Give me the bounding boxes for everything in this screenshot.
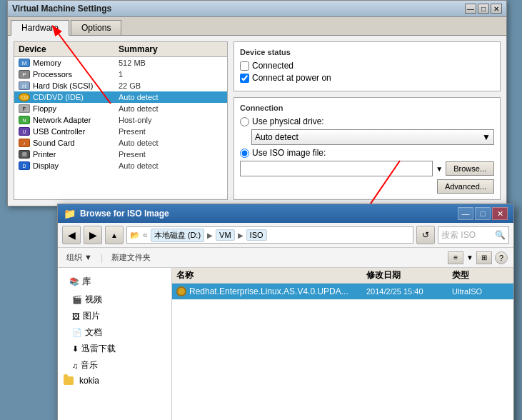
iso-actionbar: 组织 ▼ | 新建文件夹 ≡ ▼ ⊞ ? [58, 248, 513, 268]
nav-label: 图片 [83, 310, 100, 322]
connect-at-power-on-label: Connect at power on [252, 73, 331, 83]
organize-button[interactable]: 组织 ▼ [64, 251, 95, 264]
nav-item-documents[interactable]: 📄 文档 [58, 324, 171, 341]
floppy-icon: F [19, 104, 30, 113]
new-folder-button[interactable]: 新建文件夹 [109, 251, 154, 264]
view-list-button[interactable]: ≡ [448, 251, 463, 264]
network-icon: N [19, 116, 30, 124]
device-summary: Present [119, 150, 146, 159]
device-summary: 512 MB [119, 59, 146, 67]
nav-item-kokia[interactable]: kokia [58, 374, 171, 388]
iso-image-row: Use ISO image file: [240, 148, 494, 158]
tab-bar: Hardware Options [8, 17, 506, 36]
connection-section: Connection Use physical drive: Auto dete… [234, 97, 501, 200]
device-name: Processors [33, 70, 119, 79]
usb-icon: U [19, 127, 30, 136]
display-icon: D [19, 161, 30, 170]
path-segment-vm[interactable]: VM [216, 229, 235, 241]
close-button[interactable]: ✕ [491, 4, 502, 14]
nav-item-music[interactable]: ♫ 音乐 [58, 357, 171, 374]
iso-path-row: ▼ Browse... [240, 161, 494, 176]
iso-maximize-button[interactable]: □ [475, 207, 491, 220]
iso-minimize-button[interactable]: — [458, 207, 473, 220]
device-row-processors[interactable]: P Processors 1 [14, 69, 227, 80]
address-bar[interactable]: 📂 « 本地磁盘 (D:) ▶ VM ▶ ISO [126, 226, 413, 244]
connected-checkbox[interactable] [240, 61, 249, 71]
column-summary: Summary [119, 44, 223, 54]
nav-label: 库 [82, 276, 91, 288]
sound-icon: ♪ [19, 139, 30, 147]
path-segment-drive[interactable]: 本地磁盘 (D:) [151, 229, 204, 242]
device-row-printer[interactable]: ▤ Printer Present [14, 149, 227, 160]
memory-icon: M [19, 59, 30, 67]
nav-label: 文档 [85, 326, 102, 339]
doc-icon: 📄 [72, 328, 82, 337]
search-placeholder: 搜索 ISO [441, 229, 476, 241]
device-summary: Auto detect [119, 104, 159, 113]
minimize-button[interactable]: — [465, 4, 476, 14]
physical-drive-dropdown[interactable]: Auto detect ▼ [251, 129, 494, 145]
column-type: 类型 [452, 269, 509, 281]
device-row-sound[interactable]: ♪ Sound Card Auto detect [14, 137, 227, 149]
browse-button[interactable]: Browse... [446, 161, 494, 176]
maximize-button[interactable]: □ [478, 4, 489, 14]
device-panel: Device Summary M Memory 512 MB P Process… [14, 41, 228, 200]
back-button[interactable]: ◀ [62, 226, 81, 244]
nav-label: 音乐 [81, 359, 98, 371]
refresh-button[interactable]: ↺ [416, 226, 435, 244]
physical-drive-radio[interactable] [240, 117, 249, 126]
vm-titlebar: Virtual Machine Settings — □ ✕ [8, 1, 506, 17]
path-segment-iso[interactable]: ISO [246, 229, 267, 241]
iso-nav-panel: 📚 库 🎬 视频 🖼 图片 📄 文档 ⬇ 迅雷下载 ♫ [58, 268, 172, 420]
device-row-memory[interactable]: M Memory 512 MB [14, 57, 227, 69]
iso-title: Browse for ISO Image [80, 209, 169, 219]
connect-at-power-on-checkbox[interactable] [240, 74, 249, 83]
device-name: Sound Card [33, 139, 119, 147]
iso-close-button[interactable]: ✕ [492, 207, 508, 220]
file-row[interactable]: Redhat.Enterprise.Linux.AS.V4.0.UPDA... … [172, 284, 513, 300]
printer-icon: ▤ [19, 150, 30, 159]
tab-hardware[interactable]: Hardware [11, 20, 69, 36]
search-box[interactable]: 搜索 ISO 🔍 [438, 226, 509, 244]
device-summary: 22 GB [119, 81, 141, 90]
folder-icon [64, 376, 74, 385]
iso-path-input[interactable] [240, 161, 433, 176]
view-detail-button[interactable]: ⊞ [476, 251, 492, 264]
advanced-button[interactable]: Advanced... [437, 179, 494, 194]
nav-item-library[interactable]: 📚 库 [64, 274, 166, 290]
path-arrow-1: ▶ [207, 231, 213, 239]
iso-image-radio[interactable] [240, 149, 249, 158]
device-name: Network Adapter [33, 116, 119, 124]
nav-item-downloads[interactable]: ⬇ 迅雷下载 [58, 341, 171, 357]
device-row-harddisk[interactable]: H Hard Disk (SCSI) 22 GB [14, 80, 227, 91]
file-list-header: 名称 修改日期 类型 [172, 268, 513, 284]
physical-drive-row: Use physical drive: [240, 116, 494, 126]
physical-drive-label: Use physical drive: [252, 116, 324, 126]
folder-title-icon: 📁 [64, 208, 76, 219]
column-date: 修改日期 [366, 269, 452, 281]
device-name: Memory [33, 59, 119, 67]
up-button[interactable]: ▲ [105, 226, 124, 244]
device-summary: Auto detect [119, 139, 159, 147]
nav-item-pictures[interactable]: 🖼 图片 [58, 308, 171, 324]
nav-label: 视频 [85, 294, 102, 306]
nav-group-library: 📚 库 [58, 271, 171, 291]
device-summary: Auto detect [119, 161, 159, 170]
iso-window: 📁 Browse for ISO Image — □ ✕ ◀ ▶ ▲ 📂 « 本… [57, 204, 514, 420]
device-row-floppy[interactable]: F Floppy Auto detect [14, 103, 227, 114]
device-status-title: Device status [240, 48, 494, 56]
device-row-usb[interactable]: U USB Controller Present [14, 126, 227, 137]
download-icon: ⬇ [72, 344, 79, 354]
search-icon: 🔍 [495, 230, 506, 240]
device-row-cddvd[interactable]: CD CD/DVD (IDE) Auto detect [14, 91, 227, 103]
vm-content: Device Summary M Memory 512 MB P Process… [8, 36, 506, 206]
nav-item-video[interactable]: 🎬 视频 [58, 291, 171, 308]
device-name: CD/DVD (IDE) [33, 93, 119, 101]
device-row-network[interactable]: N Network Adapter Host-only [14, 114, 227, 126]
device-row-display[interactable]: D Display Auto detect [14, 160, 227, 171]
picture-icon: 🖼 [72, 312, 80, 321]
help-button[interactable]: ? [495, 251, 508, 264]
forward-button[interactable]: ▶ [84, 226, 102, 244]
device-list-header: Device Summary [14, 42, 227, 57]
tab-options[interactable]: Options [71, 20, 121, 35]
